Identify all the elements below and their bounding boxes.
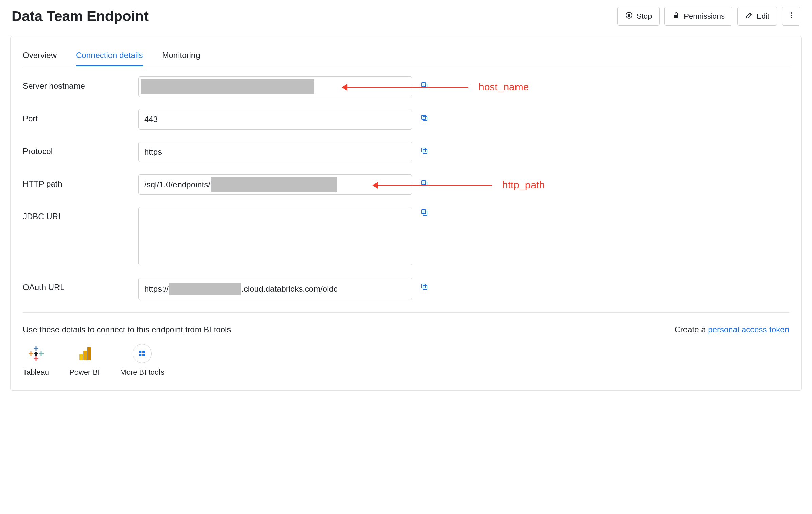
personal-access-token-link[interactable]: personal access token [708,325,789,334]
svg-rect-34 [142,354,145,356]
http-path-input[interactable]: /sql/1.0/endpoints/ [138,174,412,195]
svg-rect-13 [422,181,426,185]
svg-rect-10 [423,149,427,153]
stop-icon [625,11,633,21]
copy-icon [420,81,428,89]
svg-rect-7 [422,83,426,87]
annotation-http-path-text: http_path [502,179,545,191]
copy-hostname-button[interactable] [420,81,428,91]
powerbi-icon [75,344,94,363]
copy-icon [420,282,428,291]
svg-rect-17 [422,284,426,288]
bi-tool-powerbi[interactable]: Power BI [69,344,100,377]
copy-icon [420,147,428,155]
page-title: Data Team Endpoint [12,8,149,24]
svg-rect-6 [423,84,427,88]
footer-create-prefix: Create a [674,325,708,334]
svg-rect-9 [422,115,426,119]
field-label-port: Port [23,109,138,123]
footer-create-token: Create a personal access token [674,325,789,335]
permissions-button[interactable]: Permissions [664,7,732,26]
bi-tool-more-label: More BI tools [120,368,164,377]
field-row-server-hostname: Server hostname host_name [23,76,789,97]
copy-protocol-button[interactable] [420,147,428,157]
copy-port-button[interactable] [420,114,428,124]
svg-rect-28 [79,354,83,360]
protocol-value: https [144,147,162,157]
field-label-oauth-url: OAuth URL [23,278,138,292]
tab-monitoring[interactable]: Monitoring [162,46,200,66]
oauth-url-prefix: https:// [144,284,169,294]
svg-rect-2 [674,15,678,18]
bi-tool-powerbi-label: Power BI [69,368,100,377]
redacted-oauth-host [169,283,241,295]
bi-tool-tableau[interactable]: Tableau [23,344,49,377]
svg-rect-1 [628,14,630,16]
svg-rect-31 [139,351,141,353]
connection-details-form: Server hostname host_name Port 443 [23,76,789,300]
svg-rect-12 [423,182,427,186]
divider [23,312,789,313]
lock-icon [672,11,680,21]
main-panel: Overview Connection details Monitoring S… [10,36,802,391]
svg-rect-30 [87,347,91,360]
more-bi-tools-icon [133,344,152,363]
edit-button[interactable]: Edit [737,7,777,26]
annotation-hostname-text: host_name [478,81,529,93]
server-hostname-input[interactable] [138,76,412,97]
tabs: Overview Connection details Monitoring [23,46,789,66]
kebab-menu-button[interactable] [782,7,800,26]
svg-point-5 [791,17,792,18]
svg-rect-14 [423,211,427,215]
http-path-prefix: /sql/1.0/endpoints/ [144,180,210,189]
field-row-oauth-url: OAuth URL https:// .cloud.databricks.com… [23,278,789,300]
tableau-icon [27,344,46,363]
svg-rect-11 [422,148,426,152]
copy-jdbc-url-button[interactable] [420,208,428,219]
permissions-button-label: Permissions [684,12,725,21]
oauth-url-input[interactable]: https:// .cloud.databricks.com/oidc [138,278,412,300]
bi-tool-tableau-label: Tableau [23,368,49,377]
protocol-input[interactable]: https [138,142,412,162]
jdbc-url-input[interactable] [138,207,412,265]
edit-button-label: Edit [757,12,769,21]
bi-tools: Tableau Power BI More BI to [23,344,789,377]
port-value: 443 [144,115,158,124]
field-row-jdbc-url: JDBC URL [23,207,789,265]
field-label-protocol: Protocol [23,142,138,156]
page-header: Data Team Endpoint Stop Permissions [10,7,802,26]
stop-button-label: Stop [637,12,652,21]
kebab-icon [787,11,795,21]
field-label-jdbc-url: JDBC URL [23,207,138,221]
svg-rect-32 [142,351,145,353]
field-row-protocol: Protocol https [23,142,789,162]
copy-icon [420,208,428,217]
copy-http-path-button[interactable] [420,179,428,189]
edit-icon [745,11,753,21]
svg-point-4 [791,15,792,16]
svg-rect-16 [423,285,427,289]
field-label-server-hostname: Server hostname [23,76,138,91]
stop-button[interactable]: Stop [617,7,660,26]
redacted-hostname [141,79,314,94]
header-actions: Stop Permissions Edit [617,7,800,26]
copy-icon [420,179,428,187]
bi-tool-more[interactable]: More BI tools [120,344,164,377]
field-row-port: Port 443 [23,109,789,130]
redacted-http-path [211,177,337,192]
svg-rect-29 [83,351,87,360]
copy-icon [420,114,428,122]
copy-oauth-url-button[interactable] [420,282,428,293]
svg-rect-33 [139,354,141,356]
footer-hint: Use these details to connect to this end… [23,325,231,335]
svg-point-3 [791,12,792,14]
tab-connection-details[interactable]: Connection details [76,46,143,66]
tab-overview[interactable]: Overview [23,46,57,66]
field-row-http-path: HTTP path /sql/1.0/endpoints/ http_path [23,174,789,195]
svg-rect-15 [422,210,426,214]
oauth-url-suffix: .cloud.databricks.com/oidc [241,284,338,294]
footer-row: Use these details to connect to this end… [23,325,789,335]
field-label-http-path: HTTP path [23,174,138,189]
svg-rect-8 [423,117,427,121]
port-input[interactable]: 443 [138,109,412,130]
